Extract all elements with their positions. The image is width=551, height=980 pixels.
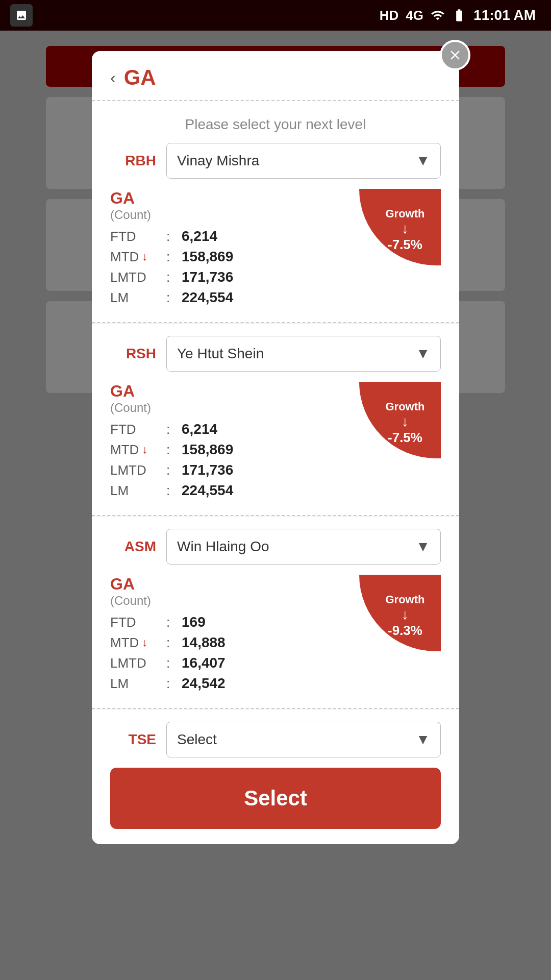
rsh-lm-value: 224,554 [182,482,233,499]
rsh-ftd-colon: : [166,422,182,437]
section-rbh: RBH Vinay Mishra ▼ Growth ↓ -7.5% GA (Co… [92,143,459,310]
rsh-mtd-down-icon: ↓ [142,443,147,456]
rbh-ga-block: Growth ↓ -7.5% GA (Count) FTD : 6,214 MT… [110,189,441,310]
divider-rsh-asm [92,515,459,517]
rbh-ftd-colon: : [166,229,182,244]
network-label: HD [380,8,399,23]
tse-dropdown[interactable]: Select ▼ [166,722,441,757]
rsh-ga-block: Growth ↓ -7.5% GA (Count) FTD : 6,214 MT… [110,382,441,503]
rbh-lm-value: 224,554 [182,289,233,306]
rsh-lmtd-row: LMTD : 171,736 [110,462,441,478]
battery-icon [452,8,466,22]
rbh-mtd-label: MTD ↓ [110,249,166,265]
asm-ftd-colon: : [166,615,182,630]
modal-dialog: ‹ GA Please select your next level RBH V… [92,51,459,844]
generation-label: 4G [406,8,423,23]
asm-lm-label: LM [110,676,166,692]
header-divider [92,100,459,101]
app-icon [10,4,33,27]
rbh-lmtd-colon: : [166,270,182,285]
rsh-lm-label: LM [110,483,166,499]
tse-label: TSE [110,731,156,748]
asm-ftd-value: 169 [182,614,206,630]
select-button-label: Select [244,786,307,811]
rsh-value: Ye Htut Shein [177,346,264,362]
rbh-ftd-value: 6,214 [182,228,217,244]
time-label: 11:01 AM [473,7,536,23]
status-bar-right: HD 4G 11:01 AM [380,7,536,23]
asm-ftd-label: FTD [110,615,166,630]
rsh-growth-label: Growth [386,400,425,413]
tse-chevron-icon: ▼ [416,731,430,748]
asm-mtd-value: 14,888 [182,634,226,651]
section-rsh: RSH Ye Htut Shein ▼ Growth ↓ -7.5% GA (C… [92,336,459,503]
asm-chevron-icon: ▼ [416,538,430,555]
modal-subtitle: Please select your next level [92,111,459,143]
rbh-lmtd-label: LMTD [110,270,166,285]
rsh-growth-arrow-icon: ↓ [402,413,409,430]
close-button[interactable] [440,40,470,70]
rsh-lmtd-colon: : [166,462,182,478]
rbh-lm-colon: : [166,290,182,306]
asm-lmtd-label: LMTD [110,655,166,671]
rbh-lm-label: LM [110,290,166,306]
asm-lmtd-colon: : [166,655,182,671]
rbh-growth-label: Growth [386,207,425,220]
rbh-lmtd-value: 171,736 [182,269,233,285]
back-button[interactable]: ‹ [110,68,116,87]
asm-label: ASM [110,538,156,555]
rsh-lmtd-label: LMTD [110,462,166,478]
rbh-chevron-icon: ▼ [416,153,430,169]
rbh-ftd-label: FTD [110,229,166,244]
divider-rbh-rsh [92,322,459,324]
rsh-dropdown[interactable]: Ye Htut Shein ▼ [166,336,441,372]
select-button[interactable]: Select [110,768,441,829]
rsh-lm-row: LM : 224,554 [110,482,441,499]
rsh-ftd-label: FTD [110,422,166,437]
asm-lmtd-value: 16,407 [182,655,226,671]
modal-overlay: ‹ GA Please select your next level RBH V… [0,31,551,980]
tse-dropdown-row: TSE Select ▼ [110,722,441,757]
rsh-lmtd-value: 171,736 [182,462,233,478]
rsh-ftd-value: 6,214 [182,421,217,437]
section-tse: TSE Select ▼ [92,722,459,757]
asm-value: Win Hlaing Oo [177,538,269,555]
rsh-chevron-icon: ▼ [416,346,430,362]
rbh-lmtd-row: LMTD : 171,736 [110,269,441,285]
asm-mtd-label: MTD ↓ [110,635,166,651]
rbh-mtd-down-icon: ↓ [142,250,147,263]
section-asm: ASM Win Hlaing Oo ▼ Growth ↓ -9.3% GA (C… [92,529,459,696]
asm-dropdown-row: ASM Win Hlaing Oo ▼ [110,529,441,565]
rbh-lm-row: LM : 224,554 [110,289,441,306]
rbh-dropdown[interactable]: Vinay Mishra ▼ [166,143,441,179]
rbh-mtd-colon: : [166,249,182,265]
modal-title: GA [124,65,156,90]
asm-growth-arrow-icon: ↓ [402,606,409,623]
status-bar: HD 4G 11:01 AM [0,0,551,31]
modal-header: ‹ GA [92,51,459,90]
asm-lmtd-row: LMTD : 16,407 [110,655,441,671]
asm-mtd-colon: : [166,635,182,651]
asm-lm-value: 24,542 [182,675,226,692]
asm-lm-colon: : [166,676,182,692]
rsh-lm-colon: : [166,483,182,499]
close-icon [447,47,463,63]
rbh-value: Vinay Mishra [177,153,259,169]
rsh-dropdown-row: RSH Ye Htut Shein ▼ [110,336,441,372]
asm-mtd-down-icon: ↓ [142,636,147,649]
asm-ga-block: Growth ↓ -9.3% GA (Count) FTD : 169 MTD … [110,575,441,696]
rbh-label: RBH [110,153,156,169]
rbh-dropdown-row: RBH Vinay Mishra ▼ [110,143,441,179]
divider-asm-tse [92,708,459,709]
tse-value: Select [177,731,217,748]
status-bar-left [10,0,33,31]
asm-dropdown[interactable]: Win Hlaing Oo ▼ [166,529,441,565]
rsh-mtd-label: MTD ↓ [110,442,166,458]
signal-icon [431,8,445,22]
rbh-growth-arrow-icon: ↓ [402,220,409,237]
asm-lm-row: LM : 24,542 [110,675,441,692]
rsh-mtd-value: 158,869 [182,442,233,458]
rsh-mtd-colon: : [166,442,182,458]
rsh-label: RSH [110,346,156,362]
asm-growth-value: -9.3% [388,623,422,639]
